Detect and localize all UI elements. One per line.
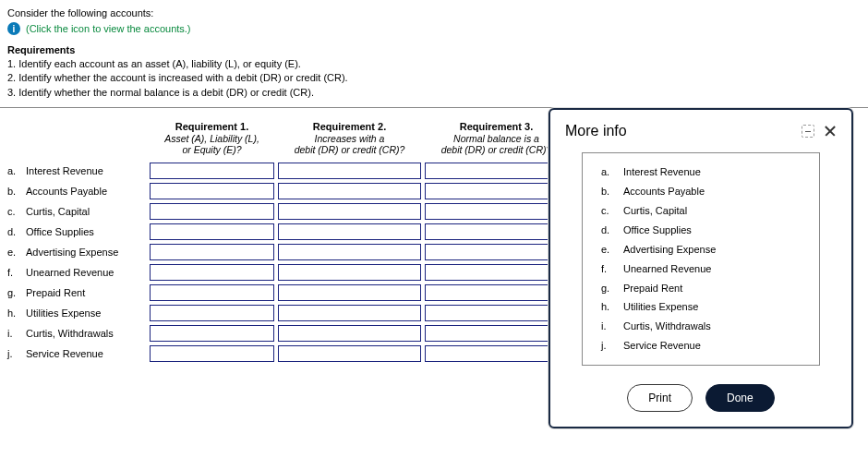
question-header: Consider the following accounts: i (Clic… bbox=[0, 0, 868, 108]
list-item: e.Advertising Expense bbox=[601, 240, 801, 259]
req1-input[interactable] bbox=[150, 284, 274, 301]
req3-input[interactable] bbox=[425, 345, 568, 362]
row-account-name: Interest Revenue bbox=[26, 165, 146, 176]
item-name: Accounts Payable bbox=[623, 182, 801, 201]
view-accounts-link[interactable]: (Click the icon to view the accounts.) bbox=[26, 23, 191, 34]
req2-input[interactable] bbox=[278, 163, 421, 179]
req1-input[interactable] bbox=[150, 305, 274, 321]
req1-input[interactable] bbox=[150, 223, 274, 240]
row-account-name: Curtis, Capital bbox=[26, 206, 146, 217]
table-row: i.Curtis, Withdrawals bbox=[6, 323, 568, 343]
req3-input[interactable] bbox=[425, 203, 568, 220]
item-name: Advertising Expense bbox=[623, 240, 801, 259]
requirement-3: 3. Identify whether the normal balance i… bbox=[7, 86, 861, 100]
requirement-2: 2. Identify whether the account is incre… bbox=[7, 71, 861, 85]
row-letter: e. bbox=[6, 247, 22, 258]
req3-input[interactable] bbox=[425, 305, 568, 321]
requirements-title: Requirements bbox=[7, 44, 861, 55]
row-letter: a. bbox=[6, 165, 22, 176]
item-name: Interest Revenue bbox=[623, 163, 801, 182]
row-letter: b. bbox=[6, 186, 22, 197]
list-item: j.Service Revenue bbox=[601, 336, 801, 356]
col1-title: Requirement 1. bbox=[150, 121, 274, 133]
row-account-name: Unearned Revenue bbox=[26, 267, 146, 278]
req2-input[interactable] bbox=[278, 305, 421, 321]
item-letter: f. bbox=[601, 259, 623, 279]
list-item: b.Accounts Payable bbox=[601, 182, 801, 201]
row-account-name: Utilities Expense bbox=[26, 307, 146, 319]
table-row: j.Service Revenue bbox=[6, 343, 568, 364]
req2-input[interactable] bbox=[278, 264, 421, 281]
answer-table: Requirement 1. Requirement 2. Requiremen… bbox=[6, 121, 568, 364]
req1-input[interactable] bbox=[150, 325, 274, 342]
done-button[interactable]: Done bbox=[705, 384, 775, 412]
list-item: a.Interest Revenue bbox=[601, 163, 801, 182]
popout-icon[interactable] bbox=[802, 125, 814, 138]
table-row: c.Curtis, Capital bbox=[6, 201, 568, 222]
item-name: Office Supplies bbox=[623, 221, 801, 240]
table-row: a.Interest Revenue bbox=[6, 161, 568, 181]
modal-account-list: a.Interest Revenueb.Accounts Payablec.Cu… bbox=[582, 152, 820, 366]
list-item: c.Curtis, Capital bbox=[601, 201, 801, 221]
item-name: Unearned Revenue bbox=[623, 259, 801, 279]
item-letter: i. bbox=[601, 317, 623, 336]
req2-input[interactable] bbox=[278, 325, 421, 342]
item-letter: b. bbox=[601, 182, 623, 201]
req1-input[interactable] bbox=[150, 203, 274, 220]
row-account-name: Accounts Payable bbox=[26, 186, 146, 197]
row-letter: i. bbox=[6, 328, 22, 339]
table-row: h.Utilities Expense bbox=[6, 303, 568, 323]
main-area: Requirement 1. Requirement 2. Requiremen… bbox=[0, 108, 868, 364]
col1-sub2: or Equity (E)? bbox=[150, 144, 274, 161]
info-icon[interactable]: i bbox=[7, 22, 20, 35]
req1-input[interactable] bbox=[150, 163, 274, 179]
col2-title: Requirement 2. bbox=[278, 121, 421, 133]
req3-input[interactable] bbox=[425, 163, 568, 179]
col2-sub1: Increases with a bbox=[278, 133, 421, 144]
req3-input[interactable] bbox=[425, 223, 568, 240]
item-name: Prepaid Rent bbox=[623, 279, 801, 298]
row-account-name: Office Supplies bbox=[26, 226, 146, 237]
col3-sub2: debit (DR) or credit (CR)? bbox=[425, 144, 568, 161]
table-row: g.Prepaid Rent bbox=[6, 283, 568, 303]
item-name: Curtis, Withdrawals bbox=[623, 317, 801, 336]
req3-input[interactable] bbox=[425, 264, 568, 281]
row-letter: c. bbox=[6, 206, 22, 217]
requirements-list: 1. Identify each account as an asset (A)… bbox=[7, 57, 861, 100]
row-account-name: Service Revenue bbox=[26, 348, 146, 359]
req1-input[interactable] bbox=[150, 183, 274, 199]
col1-sub1: Asset (A), Liability (L), bbox=[150, 133, 274, 144]
req3-input[interactable] bbox=[425, 244, 568, 260]
req2-input[interactable] bbox=[278, 223, 421, 240]
req2-input[interactable] bbox=[278, 183, 421, 199]
item-letter: g. bbox=[601, 279, 623, 298]
req1-input[interactable] bbox=[150, 345, 274, 362]
req1-input[interactable] bbox=[150, 244, 274, 260]
req3-input[interactable] bbox=[425, 183, 568, 199]
item-letter: c. bbox=[601, 201, 623, 221]
req2-input[interactable] bbox=[278, 345, 421, 362]
col3-title: Requirement 3. bbox=[425, 121, 568, 133]
accounts-link-row: i (Click the icon to view the accounts.) bbox=[7, 22, 861, 35]
req1-input[interactable] bbox=[150, 264, 274, 281]
req2-input[interactable] bbox=[278, 284, 421, 301]
table-row: f.Unearned Revenue bbox=[6, 262, 568, 283]
row-letter: g. bbox=[6, 287, 22, 298]
table-row: e.Advertising Expense bbox=[6, 242, 568, 262]
req2-input[interactable] bbox=[278, 244, 421, 260]
list-item: h.Utilities Expense bbox=[601, 297, 801, 317]
close-icon[interactable] bbox=[824, 125, 837, 138]
intro-text: Consider the following accounts: bbox=[7, 7, 861, 18]
row-account-name: Prepaid Rent bbox=[26, 287, 146, 298]
requirement-1: 1. Identify each account as an asset (A)… bbox=[7, 57, 861, 71]
req3-input[interactable] bbox=[425, 284, 568, 301]
print-button[interactable]: Print bbox=[627, 384, 693, 412]
list-item: g.Prepaid Rent bbox=[601, 279, 801, 298]
req3-input[interactable] bbox=[425, 325, 568, 342]
list-item: i.Curtis, Withdrawals bbox=[601, 317, 801, 336]
row-account-name: Advertising Expense bbox=[26, 247, 146, 258]
req2-input[interactable] bbox=[278, 203, 421, 220]
item-letter: d. bbox=[601, 221, 623, 240]
row-letter: d. bbox=[6, 226, 22, 237]
item-name: Service Revenue bbox=[623, 336, 801, 356]
